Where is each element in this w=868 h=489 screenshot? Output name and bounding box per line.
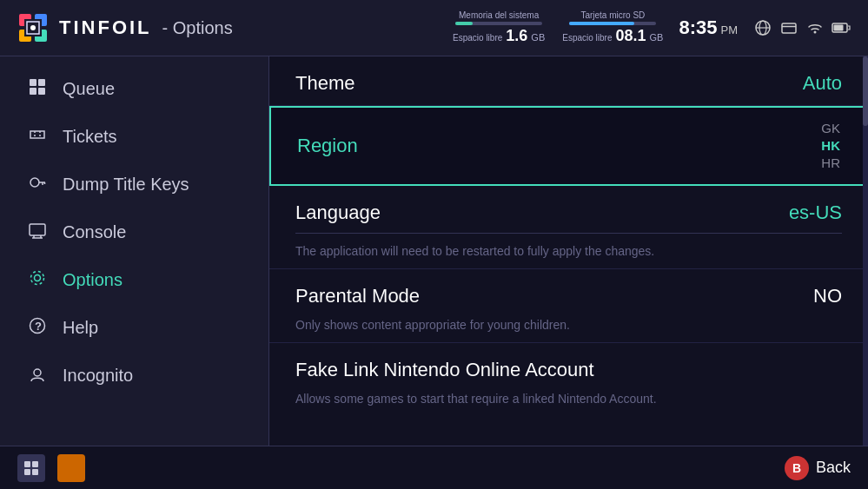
- language-label: Language: [295, 202, 381, 224]
- parental-mode-row[interactable]: Parental Mode NO Only shows content appr…: [269, 269, 868, 343]
- parental-mode-label: Parental Mode: [295, 285, 420, 307]
- fake-link-desc: Allows some games to start that require …: [295, 387, 842, 406]
- region-options: GK HK HR: [821, 120, 840, 172]
- logo-icon: [17, 12, 49, 43]
- scrollbar-track: [863, 56, 868, 446]
- key-icon: [26, 173, 49, 196]
- theme-row[interactable]: Theme Auto: [269, 56, 868, 106]
- help-icon: ?: [26, 316, 49, 340]
- card-icon: [779, 18, 798, 37]
- globe-icon: [753, 18, 772, 37]
- sd-storage: Tarjeta micro SD Espacio libre 08.1 GB: [562, 10, 663, 45]
- system-free-label: Espacio libre: [453, 33, 502, 43]
- svg-point-6: [30, 25, 36, 30]
- theme-value: Auto: [803, 72, 842, 95]
- system-storage: Memoria del sistema Espacio libre 1.6 GB: [453, 10, 545, 45]
- sidebar-item-queue[interactable]: Queue: [0, 65, 268, 113]
- bottom-right-controls: B Back: [785, 456, 851, 480]
- system-size: 1.6: [506, 27, 527, 45]
- system-storage-label: Memoria del sistema: [459, 10, 539, 20]
- header-left: TINFOIL - Options: [17, 12, 233, 43]
- bottom-game-icon[interactable]: 🎮: [57, 454, 85, 482]
- system-storage-bar: [455, 22, 542, 25]
- svg-rect-18: [38, 88, 45, 95]
- region-option-hr: HR: [821, 155, 840, 172]
- system-unit: GB: [531, 32, 545, 43]
- parental-mode-row-top: Parental Mode NO: [295, 285, 842, 307]
- svg-rect-10: [782, 23, 796, 33]
- sd-storage-label: Tarjeta micro SD: [580, 10, 645, 20]
- fake-link-row[interactable]: Fake Link Nintendo Online Account Allows…: [269, 343, 868, 416]
- sidebar-item-incognito[interactable]: Incognito: [0, 352, 268, 400]
- language-row[interactable]: Language es-US The application will need…: [269, 186, 868, 269]
- svg-rect-16: [38, 79, 45, 86]
- back-label: Back: [816, 459, 851, 477]
- content-area: Theme Auto Region GK HK HR Language es-U…: [269, 56, 868, 446]
- parental-mode-value: NO: [813, 285, 842, 307]
- sidebar-label-tickets: Tickets: [63, 127, 117, 147]
- bottom-grid-icon[interactable]: [17, 454, 45, 482]
- sd-free-label: Espacio libre: [562, 33, 612, 43]
- region-row[interactable]: Region GK HK HR: [269, 106, 868, 186]
- fake-link-label: Fake Link Nintendo Online Account: [295, 359, 594, 381]
- svg-rect-15: [30, 79, 36, 86]
- sidebar-item-options[interactable]: Options: [0, 256, 268, 304]
- sidebar-label-queue: Queue: [63, 79, 115, 99]
- svg-rect-36: [24, 469, 30, 475]
- sd-storage-bottom: Espacio libre 08.1 GB: [562, 27, 663, 45]
- sidebar-label-console: Console: [63, 222, 126, 242]
- storage-group: Memoria del sistema Espacio libre 1.6 GB…: [453, 10, 663, 45]
- header: TINFOIL - Options Memoria del sistema Es…: [0, 0, 868, 56]
- sd-storage-fill: [569, 22, 634, 25]
- sd-storage-bar: [569, 22, 656, 25]
- sidebar-item-console[interactable]: Console: [0, 208, 268, 256]
- svg-point-30: [31, 272, 44, 285]
- svg-rect-38: [57, 454, 85, 482]
- svg-rect-37: [32, 469, 38, 475]
- sidebar-item-tickets[interactable]: Tickets: [0, 113, 268, 161]
- main-layout: Queue Tickets Dump Title Keys Console Op…: [0, 56, 868, 446]
- tickets-icon: [26, 125, 49, 149]
- clock-time: 8:35: [679, 17, 717, 39]
- queue-icon: [26, 77, 49, 101]
- sidebar-label-options: Options: [63, 270, 123, 290]
- sidebar-item-help[interactable]: ? Help: [0, 304, 268, 352]
- bottom-left-icons: 🎮: [17, 454, 85, 482]
- sidebar-label-help: Help: [63, 318, 98, 338]
- b-button[interactable]: B: [785, 456, 809, 480]
- clock-ampm: PM: [721, 23, 739, 36]
- svg-rect-25: [30, 224, 45, 235]
- system-storage-bottom: Espacio libre 1.6 GB: [453, 27, 545, 45]
- sidebar-label-dump-title-keys: Dump Title Keys: [63, 175, 189, 195]
- language-value: es-US: [789, 202, 842, 224]
- options-icon: [26, 268, 49, 292]
- parental-mode-desc: Only shows content appropriate for young…: [295, 313, 842, 332]
- scrollbar-thumb[interactable]: [863, 56, 868, 126]
- svg-point-33: [34, 369, 41, 376]
- sidebar-label-incognito: Incognito: [63, 366, 133, 386]
- theme-row-top: Theme Auto: [295, 72, 842, 95]
- header-right: Memoria del sistema Espacio libre 1.6 GB…: [453, 10, 851, 45]
- language-row-top: Language es-US: [295, 202, 842, 224]
- sidebar-item-dump-title-keys[interactable]: Dump Title Keys: [0, 161, 268, 208]
- svg-text:?: ?: [35, 320, 42, 333]
- app-subtitle: - Options: [162, 18, 233, 38]
- sd-unit: GB: [650, 32, 664, 43]
- console-icon: [26, 221, 49, 244]
- svg-rect-14: [834, 25, 844, 31]
- svg-point-21: [30, 178, 39, 187]
- region-option-gk: GK: [821, 120, 840, 137]
- svg-point-29: [35, 275, 41, 281]
- svg-rect-34: [24, 461, 30, 467]
- incognito-icon: [26, 364, 49, 387]
- theme-label: Theme: [295, 72, 354, 95]
- battery-icon: [832, 18, 851, 37]
- sd-size: 08.1: [616, 27, 646, 45]
- bottom-bar: 🎮 B Back: [0, 446, 868, 489]
- language-divider: [295, 233, 842, 234]
- fake-link-row-top: Fake Link Nintendo Online Account: [295, 359, 842, 381]
- system-storage-fill: [455, 22, 473, 25]
- region-option-hk: HK: [821, 137, 840, 155]
- clock-block: 8:35 PM: [679, 17, 738, 39]
- app-title: TINFOIL: [59, 17, 152, 39]
